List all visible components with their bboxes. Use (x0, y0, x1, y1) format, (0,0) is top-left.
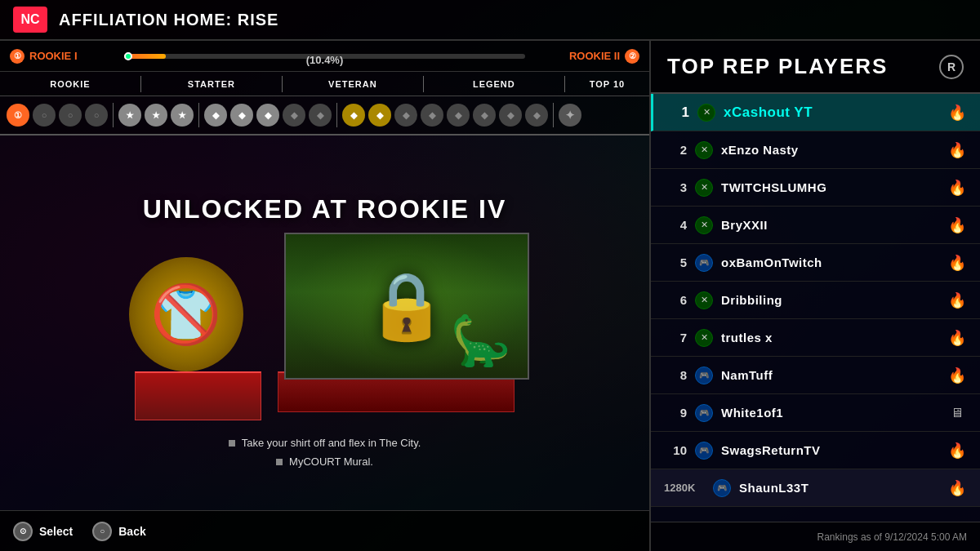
lb-rep-icon: 🔥 (947, 441, 967, 460)
badge-18: ◆ (473, 104, 496, 127)
badge-15: ◆ (394, 104, 417, 127)
lb-rank: 3 (664, 180, 687, 194)
footer-bar: ⊙ Select ○ Back (0, 510, 649, 551)
lb-extra-platform-icon: 🎮 (713, 479, 731, 497)
lb-rank: 7 (664, 331, 687, 344)
rank-right: ROOKIE II ② (533, 49, 639, 64)
tier-veteran: VETERAN (283, 79, 423, 89)
page-title: Affiliation Home: RISE (59, 11, 278, 29)
badges-divider-4 (553, 103, 554, 127)
back-button[interactable]: ○ Back (92, 522, 145, 541)
lb-rank: 2 (664, 143, 687, 157)
badge-19: ◆ (499, 104, 522, 127)
lb-extra-rep-icon: 🔥 (947, 478, 967, 498)
leaderboard-row: 3✕TWITCHSLUMHG🔥 (651, 169, 980, 207)
shirt-circle: 👕 🚫 (129, 257, 243, 371)
lb-player-name: BryXXII (721, 218, 939, 232)
leaderboard-row: 1✕xCashout YT🔥 (651, 94, 980, 131)
badge-14: ◆ (368, 104, 391, 127)
badge-1: ① (7, 104, 29, 127)
reward-shirt: 👕 🚫 (121, 249, 252, 380)
lb-extra-name: ShaunL33T (739, 481, 939, 495)
badge-star: ✦ (559, 104, 581, 127)
back-label: Back (118, 525, 145, 538)
description-text: Take your shirt off and flex in The City… (229, 433, 421, 472)
lb-rep-icon: 🔥 (947, 216, 967, 235)
rank-left-icon: ① (10, 49, 24, 64)
right-footer: Rankings as of 9/12/2024 5:00 AM (651, 522, 980, 551)
lb-player-name: xEnzo Nasty (721, 143, 939, 157)
badge-6: ★ (145, 104, 167, 127)
badges-divider-3 (336, 103, 337, 127)
desc-line-2: MyCOURT Mural. (229, 452, 421, 471)
leaderboard-row: 10🎮SwagsReturnTV🔥 (651, 432, 980, 469)
lock-icon: 🔒 (366, 268, 448, 344)
badge-7: ★ (171, 104, 194, 127)
badge-3: ○ (59, 104, 82, 127)
lb-extra-row: 1280K🎮ShaunL33T🔥 (651, 469, 980, 507)
right-panel: TOP REP PLAYERS R 1✕xCashout YT🔥2✕xEnzo … (649, 41, 980, 551)
leaderboard: 1✕xCashout YT🔥2✕xEnzo Nasty🔥3✕TWITCHSLUM… (651, 94, 980, 507)
unlock-title: UNLOCKED AT ROOKIE IV (143, 194, 507, 224)
select-button[interactable]: ⊙ Select (13, 522, 73, 541)
right-header: TOP REP PLAYERS R (651, 41, 980, 94)
tier-starter: STARTER (141, 79, 282, 89)
lb-platform-icon: 🎮 (695, 367, 713, 384)
tier-legend: LEGEND (424, 79, 564, 89)
lb-player-name: trutles x (721, 331, 939, 344)
lb-rank: 4 (664, 218, 687, 232)
r-badge: R (939, 55, 964, 79)
lb-rep-icon: 🖥 (947, 403, 967, 423)
progress-row: ① ROOKIE I (10.4%) ROOKIE II ② (0, 41, 649, 72)
lb-rank: 5 (664, 256, 687, 269)
lb-player-name: Dribbiling (721, 293, 939, 307)
badge-9: ◆ (230, 104, 253, 127)
progress-percentage: (10.4%) (306, 54, 344, 66)
lb-platform-icon: 🎮 (695, 254, 713, 272)
lb-rep-icon: 🔥 (947, 253, 967, 273)
main-panel: ① ROOKIE I (10.4%) ROOKIE II ② ROOKIE ST… (0, 41, 649, 510)
right-panel-title: TOP REP PLAYERS (667, 54, 929, 79)
lb-rep-icon: 🔥 (947, 178, 967, 198)
tier-rookie: ROOKIE (0, 79, 140, 89)
desc-text-2: MyCOURT Mural. (289, 452, 373, 471)
lb-platform-icon: 🎮 (695, 442, 713, 460)
tier-labels-row: ROOKIE STARTER VETERAN LEGEND TOP 10 (0, 72, 649, 96)
progress-dot (124, 52, 132, 60)
back-icon: ○ (92, 522, 112, 541)
progress-fill (124, 54, 166, 59)
lb-platform-icon: ✕ (695, 291, 713, 309)
lb-platform-icon: ✕ (695, 179, 713, 197)
badge-10: ◆ (256, 104, 279, 127)
header-bar: NC Affiliation Home: RISE (0, 0, 980, 41)
badges-divider-1 (113, 103, 114, 127)
desc-text-1: Take your shirt off and flex in The City… (242, 433, 421, 452)
badge-4: ○ (85, 104, 108, 127)
lb-player-name: NamTuff (721, 368, 939, 382)
badge-2: ○ (33, 104, 56, 127)
lb-platform-icon: ✕ (695, 329, 713, 347)
desc-line-1: Take your shirt off and flex in The City… (229, 433, 421, 452)
bullet-2 (276, 459, 283, 465)
leaderboard-row: 9🎮White1of1🖥 (651, 394, 980, 432)
lb-platform-icon: 🎮 (695, 404, 713, 422)
lb-rank: 6 (664, 293, 687, 307)
leaderboard-row: 7✕trutles x🔥 (651, 319, 980, 357)
select-icon: ⊙ (13, 522, 33, 541)
logo: NC (13, 7, 47, 33)
lb-player-name: SwagsReturnTV (721, 443, 939, 457)
badge-5: ★ (118, 104, 141, 127)
lb-rep-icon: 🔥 (947, 328, 967, 348)
bullet-1 (229, 440, 235, 447)
rankings-note: Rankings as of 9/12/2024 5:00 AM (817, 531, 967, 543)
lb-platform-icon: ✕ (695, 141, 713, 159)
leaderboard-row: 5🎮oxBamOnTwitch🔥 (651, 244, 980, 282)
lb-player-name: TWITCHSLUMHG (721, 180, 939, 194)
lb-player-name: White1of1 (721, 406, 939, 420)
lb-rep-icon: 🔥 (947, 103, 967, 122)
lb-rep-icon: 🔥 (947, 140, 967, 160)
rank-right-icon: ② (625, 49, 639, 64)
rank-left-label: ROOKIE I (29, 50, 78, 62)
lock-overlay: 🔒 (286, 234, 528, 378)
badges-row: ① ○ ○ ○ ★ ★ ★ ◆ ◆ ◆ ◆ ◆ ◆ ◆ ◆ ◆ ◆ ◆ ◆ ◆ … (0, 96, 649, 136)
